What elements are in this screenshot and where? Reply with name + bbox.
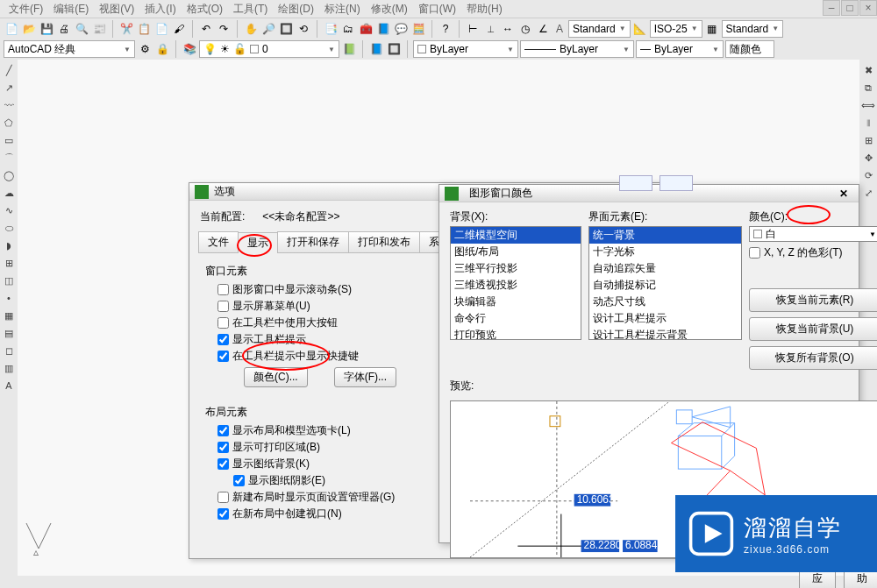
- dimstyle-dropdown[interactable]: ISO-25▼: [650, 20, 702, 38]
- copy-icon[interactable]: 📋: [136, 21, 152, 37]
- cut-icon[interactable]: ✂️: [118, 21, 134, 37]
- plotstyle-dropdown[interactable]: 随颜色: [725, 40, 774, 58]
- layer-dropdown[interactable]: 💡 ☀ 🔓 0▼: [199, 40, 339, 58]
- list-item[interactable]: 打印预览: [451, 327, 581, 340]
- makeblock-icon[interactable]: ◫: [2, 273, 16, 287]
- rotate-icon[interactable]: ⟳: [861, 168, 875, 182]
- zoom-icon[interactable]: 🔎: [260, 21, 276, 37]
- region-icon[interactable]: ◻: [2, 344, 16, 358]
- viewport-checkbox[interactable]: [217, 508, 229, 520]
- open-icon[interactable]: 📂: [21, 21, 37, 37]
- tab-open-save[interactable]: 打开和保存: [277, 231, 349, 252]
- menu-draw[interactable]: 绘图(D): [273, 0, 319, 18]
- ws-settings-icon[interactable]: ⚙: [137, 41, 153, 57]
- table-icon[interactable]: ▥: [2, 361, 16, 375]
- shortcuts-checkbox[interactable]: [217, 351, 229, 362]
- list-item[interactable]: 二维模型空间: [451, 227, 581, 244]
- tab-display[interactable]: 显示: [238, 232, 278, 253]
- rect-icon[interactable]: ▭: [2, 133, 16, 147]
- print-icon[interactable]: 🖨: [56, 21, 72, 37]
- ssm-icon[interactable]: 📘: [375, 21, 391, 37]
- color-select[interactable]: 白▼: [749, 226, 877, 242]
- polygon-icon[interactable]: ⬠: [2, 116, 16, 130]
- pline-icon[interactable]: 〰: [2, 98, 16, 112]
- lineweight-dropdown[interactable]: —ByLayer▼: [636, 40, 724, 58]
- insert-icon[interactable]: ⊞: [2, 256, 16, 270]
- laystate-icon[interactable]: 📘: [368, 41, 384, 57]
- layout-tabs-checkbox[interactable]: [217, 425, 229, 436]
- scale-icon[interactable]: ⤢: [861, 186, 875, 200]
- textstyle-dropdown[interactable]: Standard▼: [568, 20, 631, 38]
- laymatch-icon[interactable]: 📗: [341, 41, 357, 57]
- list-item[interactable]: 十字光标: [589, 244, 741, 260]
- menu-window[interactable]: 窗口(W): [413, 0, 461, 18]
- circle-icon[interactable]: ◯: [2, 168, 16, 182]
- fonts-button[interactable]: 字体(F)...: [334, 367, 396, 387]
- floating-palette[interactable]: [619, 175, 652, 191]
- list-item[interactable]: 设计工具栏提示: [589, 310, 741, 327]
- calc-icon[interactable]: 🧮: [410, 21, 426, 37]
- menu-tools[interactable]: 工具(T): [228, 0, 273, 18]
- erase-icon[interactable]: ✖: [861, 63, 875, 77]
- publish-icon[interactable]: 📰: [91, 21, 107, 37]
- dim5-icon[interactable]: ∠: [535, 21, 551, 37]
- menu-edit[interactable]: 编辑(E): [48, 0, 94, 18]
- large-buttons-checkbox[interactable]: [217, 317, 229, 329]
- tblstyle-icon[interactable]: ▦: [704, 21, 720, 37]
- window-close[interactable]: ×: [859, 0, 877, 16]
- tp-icon[interactable]: 🧰: [358, 21, 374, 37]
- layiso-icon[interactable]: 🔲: [386, 41, 402, 57]
- restore-current-bg-button[interactable]: 恢复当前背景(U): [749, 317, 877, 341]
- workspace-dropdown[interactable]: AutoCAD 经典▼: [4, 40, 135, 58]
- dim4-icon[interactable]: ◷: [517, 21, 533, 37]
- zoomwin-icon[interactable]: 🔲: [278, 21, 294, 37]
- array-icon[interactable]: ⊞: [861, 133, 875, 147]
- dimstyle-icon[interactable]: 📐: [632, 21, 648, 37]
- context-listbox[interactable]: 二维模型空间 图纸/布局 三维平行投影 三维透视投影 块编辑器 命令行 打印预览: [450, 226, 581, 340]
- tooltips-checkbox[interactable]: [217, 334, 229, 345]
- window-max[interactable]: □: [841, 0, 859, 16]
- dim2-icon[interactable]: ⟂: [482, 21, 498, 37]
- layermgr-icon[interactable]: 📚: [182, 41, 197, 57]
- list-item[interactable]: 设计工具栏提示背景: [589, 327, 741, 340]
- paper-bg-checkbox[interactable]: [217, 458, 229, 470]
- menu-dim[interactable]: 标注(N): [319, 0, 366, 18]
- dim-icon[interactable]: ⊢: [465, 21, 481, 37]
- menu-view[interactable]: 视图(V): [94, 0, 139, 18]
- redo-icon[interactable]: ↷: [216, 21, 232, 37]
- window-min[interactable]: –: [823, 0, 840, 16]
- arc-icon[interactable]: ⌒: [2, 151, 16, 165]
- menu-modify[interactable]: 修改(M): [366, 0, 413, 18]
- color-dropdown[interactable]: ByLayer▼: [413, 40, 518, 58]
- offset-icon[interactable]: ⫴: [861, 116, 875, 130]
- tab-plot[interactable]: 打印和发布: [348, 231, 420, 252]
- pagesetup-checkbox[interactable]: [217, 492, 229, 503]
- list-item[interactable]: 自动追踪矢量: [589, 260, 741, 277]
- style-icon[interactable]: A: [553, 23, 567, 35]
- line-icon[interactable]: ╱: [2, 63, 16, 77]
- list-item[interactable]: 三维平行投影: [451, 260, 581, 277]
- menu-format[interactable]: 格式(O): [182, 0, 228, 18]
- list-item[interactable]: 命令行: [451, 310, 581, 327]
- list-item[interactable]: 自动捕捉标记: [589, 277, 741, 294]
- spline-icon[interactable]: ∿: [2, 203, 16, 217]
- tab-files[interactable]: 文件: [198, 231, 239, 252]
- list-item[interactable]: 动态尺寸线: [589, 294, 741, 310]
- list-item[interactable]: 统一背景: [589, 227, 741, 244]
- colors-button[interactable]: 颜色(C)...: [244, 367, 308, 387]
- scrollbars-checkbox[interactable]: [217, 284, 229, 295]
- linetype-dropdown[interactable]: ———ByLayer▼: [520, 40, 634, 58]
- restore-current-elem-button[interactable]: 恢复当前元素(R): [749, 288, 877, 312]
- list-item[interactable]: 三维透视投影: [451, 277, 581, 294]
- copy-obj-icon[interactable]: ⧉: [861, 81, 875, 95]
- dc-icon[interactable]: 🗂: [340, 21, 356, 37]
- hatch-icon[interactable]: ▦: [2, 308, 16, 322]
- xline-icon[interactable]: ↗: [2, 81, 16, 95]
- paste-icon[interactable]: 📄: [153, 21, 169, 37]
- list-item[interactable]: 图纸/布局: [451, 244, 581, 260]
- point-icon[interactable]: •: [2, 291, 16, 305]
- preview-icon[interactable]: 🔍: [74, 21, 89, 37]
- ws-save-icon[interactable]: 🔒: [154, 41, 170, 57]
- list-item[interactable]: 块编辑器: [451, 294, 581, 310]
- pan-icon[interactable]: ✋: [243, 21, 259, 37]
